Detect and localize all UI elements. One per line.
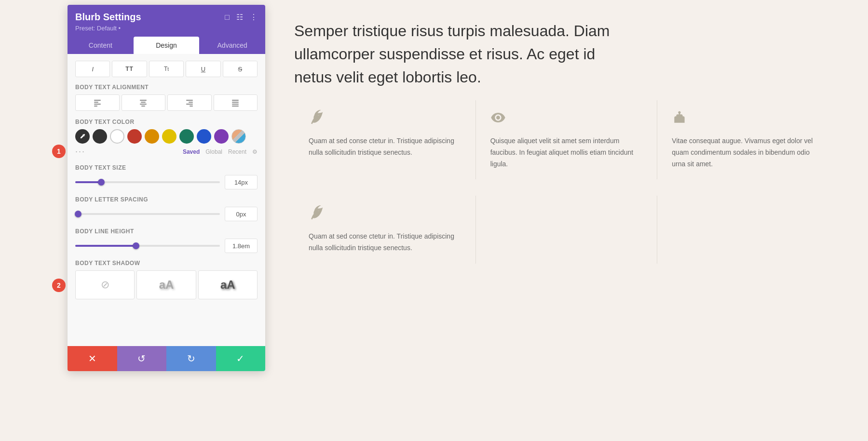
blurb-icon-2 <box>672 110 825 129</box>
body-letter-spacing-thumb[interactable] <box>75 211 81 217</box>
green-swatch[interactable] <box>179 129 194 144</box>
align-justify-button[interactable] <box>214 94 258 111</box>
body-text-size-thumb[interactable] <box>98 179 105 186</box>
svg-rect-14 <box>232 104 239 105</box>
lowercase-button[interactable]: Tt <box>149 61 184 77</box>
body-text-alignment-label: Body Text Alignment <box>75 84 258 91</box>
no-shadow-button[interactable]: ⊘ <box>75 270 135 299</box>
svg-rect-10 <box>186 104 193 105</box>
grid-icon[interactable]: ☷ <box>236 13 243 22</box>
body-text-shadow-section: Body Text Shadow ⊘ aA aA <box>75 260 258 299</box>
redo-button[interactable]: ↻ <box>166 346 216 371</box>
tab-advanced[interactable]: Advanced <box>199 37 265 54</box>
italic-button[interactable]: I <box>75 61 110 77</box>
more-colors-button[interactable]: ··· <box>75 147 85 157</box>
svg-rect-0 <box>94 100 101 101</box>
body-line-height-thumb[interactable] <box>133 242 139 249</box>
eyedropper-swatch[interactable] <box>75 129 90 144</box>
blurb-item-row2-1 <box>476 196 658 264</box>
body-text-size-label: Body Text Size <box>75 164 258 171</box>
settings-tabs: Content Design Advanced <box>68 37 265 54</box>
blurb-item-1: Quisque aliquet velit sit amet sem inter… <box>476 100 658 179</box>
dark-shadow-button[interactable]: aA <box>198 270 258 299</box>
body-line-height-input[interactable] <box>225 239 258 253</box>
strikethrough-button[interactable]: S <box>223 61 258 77</box>
color-options-row: ··· Saved Global Recent ⚙ <box>75 147 258 157</box>
body-line-height-fill <box>75 245 136 247</box>
body-line-height-track[interactable] <box>75 245 220 247</box>
step-2-indicator: 2 <box>52 279 66 292</box>
recent-tab[interactable]: Recent <box>228 148 246 155</box>
body-text-size-row <box>75 175 258 189</box>
blurb-grid-row1: Quam at sed conse ctetur in. Tristique a… <box>294 100 839 179</box>
align-right-button[interactable] <box>167 94 212 111</box>
blurb-text-1: Quisque aliquet velit sit amet sem inter… <box>490 135 643 170</box>
body-text-size-track[interactable] <box>75 181 220 183</box>
global-tab[interactable]: Global <box>205 148 222 155</box>
svg-rect-12 <box>232 100 239 101</box>
focus-icon[interactable]: □ <box>225 13 230 22</box>
panel-preset: Preset: Default • <box>75 25 258 32</box>
svg-rect-11 <box>190 106 193 107</box>
panel-title: Blurb Settings <box>75 12 141 23</box>
blurb-icon-1 <box>490 110 643 129</box>
blurb-grid-row2: Quam at sed conse ctetur in. Tristique a… <box>294 196 839 264</box>
saved-tab[interactable]: Saved <box>183 148 200 155</box>
red-swatch[interactable] <box>127 129 142 144</box>
color-swatches <box>75 129 258 144</box>
body-letter-spacing-track[interactable] <box>75 213 220 215</box>
underline-button[interactable]: U <box>186 61 220 77</box>
tab-design[interactable]: Design <box>134 37 200 54</box>
orange-swatch[interactable] <box>145 129 159 144</box>
body-letter-spacing-input[interactable] <box>225 207 258 221</box>
hero-text: Semper tristique risus turpis malesuada.… <box>294 19 632 89</box>
blurb-item-2: Vitae consequat augue. Vivamus eget dolo… <box>657 100 839 179</box>
body-letter-spacing-section: Body Letter Spacing <box>75 196 258 221</box>
panel-header-icons: □ ☷ ⋮ <box>225 13 258 22</box>
svg-rect-6 <box>140 104 147 105</box>
save-button[interactable]: ✓ <box>216 346 266 371</box>
body-text-shadow-label: Body Text Shadow <box>75 260 258 267</box>
blurb-text-2: Vitae consequat augue. Vivamus eget dolo… <box>672 135 825 170</box>
svg-rect-8 <box>186 100 193 101</box>
cancel-button[interactable]: ✕ <box>68 346 117 371</box>
svg-rect-1 <box>94 102 98 103</box>
reset-button[interactable]: ↺ <box>117 346 167 371</box>
align-left-button[interactable] <box>75 94 120 111</box>
format-row: I TT Tt U S <box>75 61 258 77</box>
svg-rect-15 <box>232 106 239 107</box>
blurb-item-row2-0: Quam at sed conse ctetur in. Tristique a… <box>294 196 476 264</box>
body-text-color-label: Body Text Color <box>75 119 258 125</box>
shadow-row: ⊘ aA aA <box>75 270 258 299</box>
body-text-size-fill <box>75 181 101 183</box>
blurb-icon-0 <box>309 110 461 129</box>
body-letter-spacing-label: Body Letter Spacing <box>75 196 258 203</box>
content-area: Semper tristique risus turpis malesuada.… <box>265 0 868 441</box>
blue-swatch[interactable] <box>197 129 211 144</box>
custom-swatch[interactable] <box>231 129 246 144</box>
body-text-size-input[interactable] <box>225 175 258 189</box>
body-text-size-section: Body Text Size <box>75 164 258 189</box>
align-center-button[interactable] <box>122 94 166 111</box>
white-swatch[interactable] <box>110 129 124 144</box>
blurb-item-row2-2 <box>657 196 839 264</box>
more-icon[interactable]: ⋮ <box>250 13 258 22</box>
light-shadow-button[interactable]: aA <box>136 270 196 299</box>
svg-rect-5 <box>141 102 146 103</box>
blurb-icon-row2-0 <box>309 205 461 224</box>
purple-swatch[interactable] <box>214 129 229 144</box>
tab-content[interactable]: Content <box>68 37 134 54</box>
alignment-row <box>75 94 258 111</box>
color-settings-icon[interactable]: ⚙ <box>252 148 258 155</box>
blurb-item-0: Quam at sed conse ctetur in. Tristique a… <box>294 100 476 179</box>
svg-rect-3 <box>94 106 97 107</box>
body-letter-spacing-row <box>75 207 258 221</box>
yellow-swatch[interactable] <box>162 129 176 144</box>
body-line-height-label: Body Line Height <box>75 228 258 235</box>
blurb-settings-panel: Blurb Settings □ ☷ ⋮ Preset: Default • C… <box>68 5 265 371</box>
svg-rect-4 <box>140 100 147 101</box>
black-swatch[interactable] <box>93 129 107 144</box>
uppercase-button[interactable]: TT <box>112 61 147 77</box>
blurb-text-0: Quam at sed conse ctetur in. Tristique a… <box>309 135 461 159</box>
panel-body: I TT Tt U S Body Text Alignment <box>68 54 265 346</box>
